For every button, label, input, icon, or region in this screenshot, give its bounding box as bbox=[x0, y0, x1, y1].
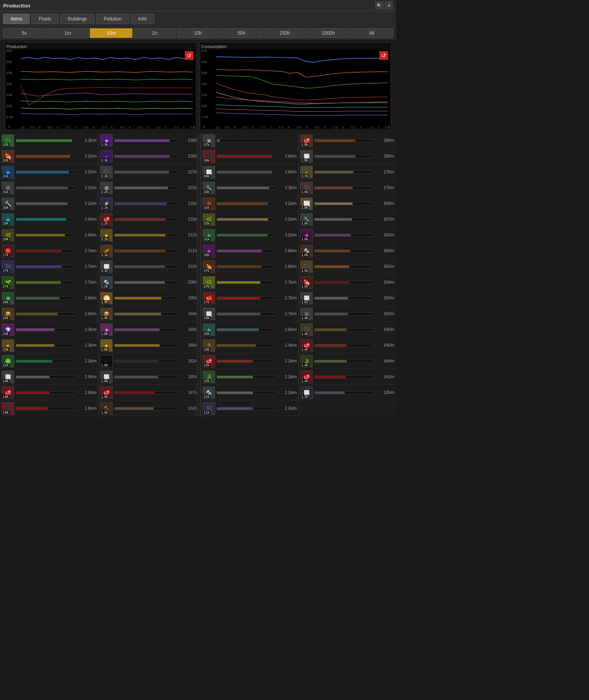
item-bar-container bbox=[314, 249, 373, 253]
item-bar-container bbox=[16, 312, 75, 316]
list-item: ◆ 1.6k 162/m bbox=[299, 227, 396, 243]
item-rate: 2.7k/m bbox=[77, 264, 97, 269]
time-250h[interactable]: 250h bbox=[264, 28, 306, 38]
svg-text:5.5: 5.5 bbox=[297, 126, 301, 128]
item-bar bbox=[16, 187, 68, 189]
item-rate: 3.6k/m bbox=[277, 154, 297, 158]
list-item: 🥓 2.1k 211/m bbox=[98, 243, 201, 259]
item-icon: 🌑 19k bbox=[2, 402, 14, 415]
item-rate: 3.1k/m bbox=[77, 186, 97, 190]
item-rate: 230/m bbox=[179, 138, 199, 143]
svg-text:2.5: 2.5 bbox=[156, 126, 161, 128]
item-bar-container bbox=[314, 234, 373, 237]
time-all[interactable]: All bbox=[351, 28, 393, 38]
tab-pollution[interactable]: Pollution bbox=[96, 14, 129, 24]
item-icon: ● 1.8k bbox=[100, 339, 113, 352]
time-10m[interactable]: 10m bbox=[90, 28, 132, 38]
item-icon: 🌿 27k bbox=[203, 276, 215, 289]
item-bar bbox=[217, 171, 272, 173]
list-item: 🍎 27k 2.7k/m bbox=[201, 290, 298, 306]
time-1m[interactable]: 1m bbox=[46, 28, 89, 38]
item-icon: ● 2.1k bbox=[100, 229, 113, 241]
item-icon: ◆ 31k bbox=[2, 166, 14, 178]
list-item: 🍖 1.5k 154/m bbox=[299, 275, 396, 290]
close-button[interactable]: ✕ bbox=[385, 2, 393, 9]
item-rate: 2.2k/m bbox=[277, 375, 297, 379]
item-bar-container bbox=[217, 360, 275, 363]
consumption-left-col: ▣ 37k 🌑 36k 3.6k/m ⬜ bbox=[201, 133, 299, 416]
time-10h[interactable]: 10h bbox=[177, 28, 219, 38]
time-1h[interactable]: 1h bbox=[134, 28, 176, 38]
item-bar-container bbox=[114, 281, 178, 284]
item-bar-container bbox=[114, 297, 178, 300]
item-bar-container bbox=[217, 312, 275, 316]
svg-text:9.5: 9.5 bbox=[225, 126, 229, 128]
item-icon: ⬡ 32k bbox=[2, 134, 14, 147]
item-icon: ◆ 28k bbox=[203, 245, 215, 257]
item-bar bbox=[217, 329, 259, 331]
list-item: 🥩 1.6k 167/m bbox=[98, 385, 201, 401]
item-rate: 169/m bbox=[375, 201, 394, 206]
svg-text:9: 9 bbox=[39, 126, 41, 128]
item-bar-container bbox=[314, 202, 373, 205]
item-rate: 162/m bbox=[375, 233, 394, 237]
consumption-chart-panel: Consumption ↺ 53k 46k 38k 30k 23k 15k bbox=[199, 42, 392, 130]
svg-text:0: 0 bbox=[388, 126, 390, 128]
tab-buildings[interactable]: Buildings bbox=[60, 14, 95, 24]
item-rate: 2.7k/m bbox=[277, 280, 297, 284]
item-icon: 🟢 21k bbox=[2, 355, 14, 368]
tab-items[interactable]: Items bbox=[3, 14, 30, 24]
item-bar-container bbox=[16, 265, 75, 268]
tab-fluids[interactable]: Fluids bbox=[31, 14, 59, 24]
list-item: ⬜ 2.1k 210/m bbox=[98, 259, 201, 275]
item-bar bbox=[217, 139, 220, 142]
svg-text:8.5: 8.5 bbox=[48, 126, 52, 128]
search-button[interactable]: 🔍 bbox=[375, 2, 383, 9]
production-reset-button[interactable]: ↺ bbox=[185, 51, 193, 60]
item-bar-container bbox=[217, 344, 275, 347]
item-icon: ◆ 1.8k bbox=[100, 323, 113, 336]
list-item: 🌿 29k 2.9k/m bbox=[0, 227, 98, 243]
svg-text:7: 7 bbox=[269, 126, 271, 128]
item-icon: ⬜ 1.6k bbox=[300, 197, 313, 210]
list-item: ⬛ 2.2k 227/m bbox=[98, 164, 201, 180]
list-item: ▪ 1.7k 175/m bbox=[299, 164, 396, 180]
production-items-left-col: ⬡ 32k 3.3k/m 🍖 32k 3.2k/m ◆ 31k bbox=[0, 133, 98, 416]
item-bar bbox=[16, 281, 61, 284]
item-icon: 💎 23k bbox=[2, 323, 14, 336]
list-item: 🐊 22k 2.2k/m bbox=[201, 369, 298, 385]
item-icon: 🌱 27k bbox=[2, 276, 14, 289]
item-icon: ⬜ 1.5k bbox=[300, 292, 313, 305]
item-bar bbox=[115, 392, 155, 394]
item-bar-container bbox=[314, 375, 373, 379]
item-rate: 2.2k/m bbox=[277, 390, 297, 395]
svg-text:3.5: 3.5 bbox=[333, 126, 337, 128]
item-icon: ⬛ 1.5k bbox=[300, 260, 313, 273]
time-1000h[interactable]: 1000h bbox=[307, 28, 349, 38]
item-rate: 2.0k/m bbox=[77, 375, 97, 379]
item-bar-container bbox=[217, 202, 275, 205]
tab-kills[interactable]: Kills bbox=[131, 14, 154, 24]
item-bar-container bbox=[16, 360, 75, 363]
item-bar bbox=[16, 392, 50, 394]
item-bar-container bbox=[114, 171, 178, 174]
consumption-reset-button[interactable]: ↺ bbox=[379, 51, 388, 60]
list-item: 🔩 2.0k 208/m bbox=[98, 275, 201, 290]
item-icon: ▣ 26k bbox=[2, 292, 14, 305]
production-items-right-col: ◆ 2.3k 230/m ▪ 2.3k 230/m ⬛ 2.2k bbox=[98, 133, 201, 416]
item-rate: 2.6k/m bbox=[277, 327, 297, 332]
list-item: 🔧 30k 3.1k/m bbox=[0, 196, 98, 212]
item-icon: 🌿 32k bbox=[203, 213, 215, 226]
item-rate: 150/m bbox=[375, 296, 394, 300]
item-bar-container bbox=[114, 391, 178, 394]
title-bar-controls: 🔍 ✕ bbox=[375, 2, 393, 9]
scrollbar[interactable] bbox=[197, 133, 201, 416]
time-50h[interactable]: 50h bbox=[220, 28, 262, 38]
item-rate: 2.6k/m bbox=[77, 296, 97, 300]
list-item: 🔩 1.6k 160/m bbox=[299, 243, 396, 259]
time-5s[interactable]: 5s bbox=[3, 28, 45, 38]
item-bar bbox=[315, 155, 355, 158]
item-bar bbox=[217, 344, 256, 347]
item-bar bbox=[315, 139, 355, 142]
svg-text:1.5: 1.5 bbox=[174, 126, 178, 128]
